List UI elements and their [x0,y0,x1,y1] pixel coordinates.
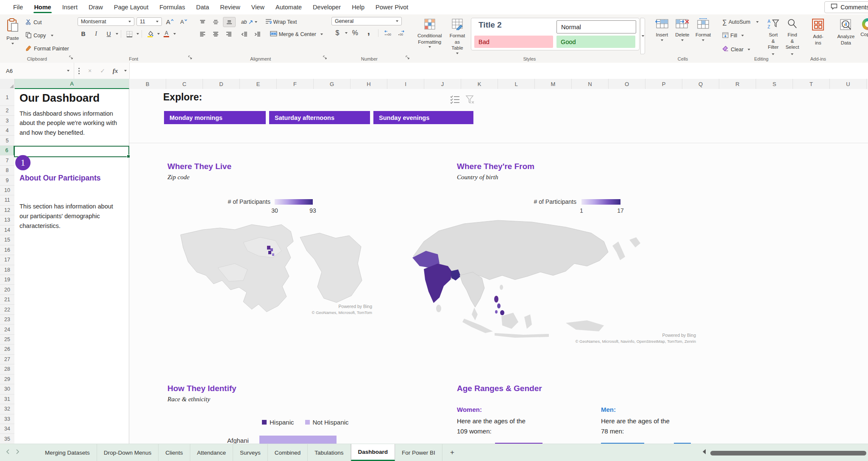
sheet-tab-drop-down-menus[interactable]: Drop-Down Menus [97,444,159,461]
sheet-tab-combined[interactable]: Combined [268,444,308,461]
increase-decimal-button[interactable]: 00 [382,28,394,38]
font-dialog-launcher[interactable] [188,53,192,61]
comma-button[interactable]: , [363,28,375,38]
confirm-icon[interactable]: ✓ [96,63,109,79]
row-header-18[interactable]: 18 [0,265,14,275]
row-header-9[interactable]: 9 [0,175,14,185]
fill-color-button[interactable] [145,29,156,39]
column-header-T[interactable]: T [793,79,830,89]
row-header-11[interactable]: 11 [0,195,14,205]
dashboard-description-cell[interactable]: This dashboard shows information about t… [19,109,120,137]
align-left-button[interactable] [197,30,209,39]
scroll-left-icon[interactable] [702,449,706,456]
multi-select-icon[interactable] [450,95,460,106]
row-header-13[interactable]: 13 [0,215,14,225]
select-all-corner[interactable] [0,79,15,89]
slicer-button-saturday-afternoons[interactable]: Saturday afternoons [269,111,370,124]
copilot-button[interactable]: Copilot [857,17,868,54]
delete-cells-button[interactable]: Delete [672,17,693,54]
sheet-nav-next-icon[interactable] [16,449,19,456]
row-header-30[interactable]: 30 [0,384,14,394]
chevron-down-icon[interactable] [173,33,176,35]
font-size-select[interactable]: 11 [136,17,162,26]
row-header-7[interactable]: 7 [0,156,14,165]
column-header-F[interactable]: F [277,79,314,89]
column-header-O[interactable]: O [609,79,645,89]
cut-button[interactable]: Cut [24,18,71,27]
chevron-down-icon[interactable] [122,63,129,79]
analyze-data-button[interactable]: Analyze Data [834,17,857,54]
column-header-R[interactable]: R [719,79,756,89]
row-header-3[interactable]: 3 [0,116,14,125]
style-chip-normal[interactable]: Normal [556,20,636,33]
name-box[interactable]: A6 [0,63,74,79]
find-select-button[interactable]: Find & Select [782,17,802,54]
menu-tab-automate[interactable]: Automate [270,0,307,14]
section-description-cell[interactable]: This section has information about our p… [19,202,121,231]
menu-tab-help[interactable]: Help [346,0,370,14]
sheet-tab-tabulations[interactable]: Tabulations [308,444,351,461]
increase-indent-button[interactable] [252,30,264,39]
chevron-down-icon[interactable] [136,33,139,35]
styles-gallery-more-button[interactable] [640,18,645,54]
menu-tab-file[interactable]: File [8,0,28,14]
clear-filter-icon[interactable] [465,95,475,106]
borders-button[interactable] [124,29,136,39]
column-header-S[interactable]: S [756,79,793,89]
name-box-menu-icon[interactable] [74,63,83,79]
new-sheet-button[interactable]: + [442,444,462,461]
grow-font-button[interactable]: A [164,17,176,26]
selected-cell-a6[interactable] [14,146,129,158]
chevron-down-icon[interactable] [157,33,160,35]
clear-button[interactable]: Clear [721,45,760,54]
chevron-down-icon[interactable] [345,32,348,34]
style-chip-good[interactable]: Good [556,36,635,48]
clipboard-dialog-launcher[interactable] [69,53,73,61]
menu-tab-data[interactable]: Data [191,0,215,14]
column-header-B[interactable]: B [129,79,166,89]
fill-button[interactable]: Fill [721,31,760,40]
row-header-10[interactable]: 10 [0,186,14,195]
row-header-23[interactable]: 23 [0,315,14,325]
column-header-Q[interactable]: Q [682,79,719,89]
column-header-H[interactable]: H [351,79,387,89]
chevron-down-icon[interactable] [116,33,118,35]
row-header-25[interactable]: 25 [0,335,14,344]
underline-button[interactable]: U [103,29,115,39]
slicer-button-monday-mornings[interactable]: Monday mornings [164,111,266,124]
row-header-17[interactable]: 17 [0,255,14,265]
menu-tab-developer[interactable]: Developer [307,0,346,14]
decrease-indent-button[interactable] [239,30,250,39]
copy-button[interactable]: Copy [24,31,71,41]
align-center-button[interactable] [210,30,222,39]
row-header-35[interactable]: 35 [0,434,14,444]
addins-button[interactable]: Add-ins [809,17,827,54]
column-header-J[interactable]: J [424,79,461,89]
cancel-icon[interactable]: × [83,63,96,79]
menu-tab-review[interactable]: Review [214,0,246,14]
menu-tab-draw[interactable]: Draw [83,0,108,14]
format-cells-button[interactable]: Format [693,17,714,54]
row-header-22[interactable]: 22 [0,305,14,314]
row-header-1[interactable]: 1 [0,89,14,106]
orientation-button[interactable]: ab [239,18,259,26]
menu-tab-formulas[interactable]: Formulas [154,0,190,14]
column-header-G[interactable]: G [314,79,351,89]
align-middle-button[interactable] [210,17,222,27]
row-header-6[interactable]: 6 [0,146,14,156]
decrease-decimal-button[interactable]: 00 [395,28,407,38]
column-header-M[interactable]: M [535,79,572,89]
row-header-14[interactable]: 14 [0,225,14,235]
row-header-19[interactable]: 19 [0,275,14,285]
format-as-table-button[interactable]: Format as Table [445,17,469,54]
sheet-tab-surveys[interactable]: Surveys [233,444,268,461]
comments-button[interactable]: Comments [824,1,868,13]
font-family-select[interactable]: Montserrat [78,17,134,26]
insert-cells-button[interactable]: Insert [652,17,672,54]
row-header-34[interactable]: 34 [0,424,14,434]
sheet-tab-merging-datasets[interactable]: Merging Datasets [38,444,97,461]
wrap-text-button[interactable]: Wrap Text [264,18,299,26]
row-header-16[interactable]: 16 [0,245,14,255]
menu-tab-power-pivot[interactable]: Power Pivot [370,0,414,14]
conditional-formatting-button[interactable]: Conditional Formatting [414,17,445,54]
